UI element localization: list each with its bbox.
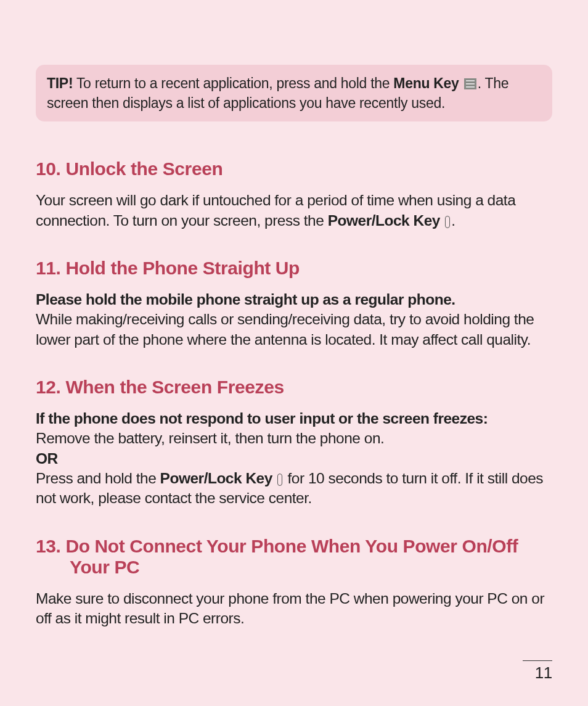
section-10-body: Your screen will go dark if untouched fo…: [36, 191, 552, 231]
page-number-divider: [523, 660, 552, 661]
section-13-body: Make sure to disconnect your phone from …: [36, 589, 552, 629]
section-12-body: If the phone does not respond to user in…: [36, 409, 552, 509]
section-10-text-before: Your screen will go dark if untouched fo…: [36, 192, 515, 228]
section-13-heading: 13. Do Not Connect Your Phone When You P…: [36, 536, 552, 578]
page-number: 11: [523, 660, 552, 683]
lock-icon: [445, 216, 450, 228]
lock-icon: [277, 474, 282, 486]
section-12-or-label: OR: [36, 450, 58, 467]
tip-text-before: To return to a recent application, press…: [73, 75, 393, 91]
section-11-text: While making/receiving calls or sending/…: [36, 311, 534, 347]
section-12-heading: 12. When the Screen Freezes: [36, 377, 552, 398]
section-12-line1: Remove the battery, reinsert it, then tu…: [36, 430, 384, 446]
section-10-text-after: .: [451, 212, 455, 229]
section-10-power-key: Power/Lock Key: [328, 212, 440, 229]
tip-label: TIP!: [47, 75, 73, 91]
tip-menu-key: Menu Key: [393, 75, 459, 91]
section-10-heading: 10. Unlock the Screen: [36, 158, 552, 179]
page-number-value: 11: [535, 663, 552, 682]
section-11-bold-line: Please hold the mobile phone straight up…: [36, 291, 455, 308]
section-11-heading: 11. Hold the Phone Straight Up: [36, 258, 552, 279]
section-12-line2-before: Press and hold the: [36, 470, 160, 486]
section-12-power-key: Power/Lock Key: [160, 470, 272, 486]
section-12-bold-line: If the phone does not respond to user in…: [36, 410, 488, 427]
tip-box: TIP! To return to a recent application, …: [36, 65, 552, 121]
section-11-body: Please hold the mobile phone straight up…: [36, 290, 552, 350]
menu-icon: [464, 78, 476, 89]
